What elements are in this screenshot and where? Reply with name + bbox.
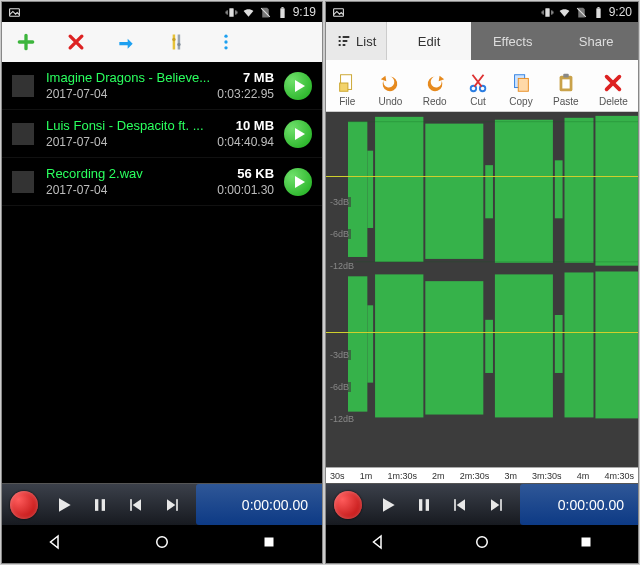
file-duration: 0:00:01.30 (214, 183, 274, 197)
undo-tool[interactable]: Undo (379, 72, 403, 107)
list-item[interactable]: Imagine Dragons - Believe... 2017-07-04 … (2, 62, 322, 110)
list-toolbar (2, 22, 322, 62)
file-title: Imagine Dragons - Believe... (46, 70, 210, 85)
svg-rect-54 (500, 499, 502, 511)
svg-rect-50 (595, 271, 638, 418)
svg-rect-29 (562, 79, 569, 88)
checkbox[interactable] (12, 75, 34, 97)
timeline[interactable]: 30s 1m 1m:30s 2m 2m:30s 3m 3m:30s 4m 4m:… (326, 467, 638, 483)
svg-point-7 (177, 43, 180, 46)
pause-button[interactable] (410, 495, 438, 515)
delete-x-icon[interactable] (66, 32, 86, 52)
battery-icon (592, 6, 605, 19)
svg-rect-34 (425, 124, 483, 259)
no-sim-icon (259, 6, 272, 19)
next-button[interactable] (158, 495, 186, 515)
wifi-icon (242, 6, 255, 19)
list-item[interactable]: Recording 2.wav 2017-07-04 56 KB 0:00:01… (2, 158, 322, 206)
prev-button[interactable] (446, 495, 474, 515)
play-icon[interactable] (284, 120, 312, 148)
phone-right: 9:20 List Edit Effects Share File Undo R… (325, 1, 639, 564)
transport-bar: 0:00:00.00 (2, 483, 322, 525)
status-time: 9:20 (609, 5, 632, 19)
db-label: -12dB (328, 261, 356, 271)
svg-rect-45 (425, 281, 483, 414)
back-icon[interactable] (46, 533, 64, 555)
edit-toolbar: File Undo Redo Cut Copy Paste Delete (326, 60, 638, 112)
cut-tool[interactable]: Cut (467, 72, 489, 107)
tab-effects[interactable]: Effects (471, 22, 555, 60)
add-icon[interactable] (16, 32, 36, 52)
pause-button[interactable] (86, 495, 114, 515)
file-size: 10 MB (214, 118, 274, 133)
svg-point-6 (172, 38, 175, 41)
svg-rect-2 (280, 8, 284, 18)
file-title: Luis Fonsi - Despacito ft. ... (46, 118, 210, 133)
recents-icon[interactable] (260, 533, 278, 555)
no-sim-icon (575, 6, 588, 19)
play-button[interactable] (50, 495, 78, 515)
svg-rect-20 (597, 7, 599, 8)
tab-edit[interactable]: Edit (387, 22, 471, 60)
file-date: 2017-07-04 (46, 135, 210, 149)
svg-rect-16 (264, 538, 273, 547)
file-size: 7 MB (214, 70, 274, 85)
svg-rect-14 (176, 499, 178, 511)
nav-bar (326, 525, 638, 563)
checkbox[interactable] (12, 123, 34, 145)
picture-icon (332, 6, 345, 19)
delete-tool[interactable]: Delete (599, 72, 628, 107)
db-label: -6dB (328, 229, 351, 239)
svg-rect-43 (367, 305, 373, 382)
overflow-menu-icon[interactable] (216, 32, 236, 52)
db-label: -3dB (328, 197, 351, 207)
db-label: -12dB (328, 414, 356, 424)
paste-tool[interactable]: Paste (553, 72, 579, 107)
play-icon[interactable] (284, 168, 312, 196)
transport-time: 0:00:00.00 (520, 484, 638, 525)
recents-icon[interactable] (577, 533, 595, 555)
checkbox[interactable] (12, 171, 34, 193)
svg-rect-49 (565, 272, 594, 417)
svg-rect-5 (178, 35, 181, 50)
svg-rect-26 (518, 78, 528, 91)
waveform-area[interactable]: -3dB -6dB -12dB -3dB -6dB -12dB (326, 112, 638, 467)
list-button[interactable]: List (326, 22, 387, 60)
tools-icon[interactable] (166, 32, 186, 52)
svg-rect-12 (102, 499, 105, 511)
svg-rect-3 (281, 7, 283, 8)
status-bar: 9:19 (2, 2, 322, 22)
svg-rect-19 (596, 8, 600, 18)
svg-rect-33 (375, 117, 423, 262)
play-button[interactable] (374, 495, 402, 515)
svg-point-8 (224, 35, 227, 38)
svg-point-10 (224, 46, 227, 49)
nav-bar (2, 525, 322, 563)
record-button[interactable] (10, 491, 38, 519)
transport-bar: 0:00:00.00 (326, 483, 638, 525)
home-icon[interactable] (473, 533, 491, 555)
wifi-icon (558, 6, 571, 19)
list-item[interactable]: Luis Fonsi - Despacito ft. ... 2017-07-0… (2, 110, 322, 158)
arrow-right-icon[interactable] (116, 32, 136, 52)
file-duration: 0:04:40.94 (214, 135, 274, 149)
prev-button[interactable] (122, 495, 150, 515)
redo-tool[interactable]: Redo (423, 72, 447, 107)
phone-left: 9:19 Imagine Dragons - Believe... 2017-0… (1, 1, 323, 564)
svg-rect-28 (563, 74, 569, 78)
back-icon[interactable] (369, 533, 387, 555)
svg-rect-52 (426, 499, 429, 511)
svg-rect-56 (581, 538, 590, 547)
tab-share[interactable]: Share (554, 22, 638, 60)
play-icon[interactable] (284, 72, 312, 100)
home-icon[interactable] (153, 533, 171, 555)
status-bar: 9:20 (326, 2, 638, 22)
record-button[interactable] (334, 491, 362, 519)
next-button[interactable] (482, 495, 510, 515)
file-title: Recording 2.wav (46, 166, 210, 181)
svg-rect-53 (454, 499, 456, 511)
copy-tool[interactable]: Copy (509, 72, 532, 107)
file-tool[interactable]: File (336, 72, 358, 107)
svg-rect-47 (495, 274, 553, 417)
svg-rect-18 (545, 8, 549, 17)
